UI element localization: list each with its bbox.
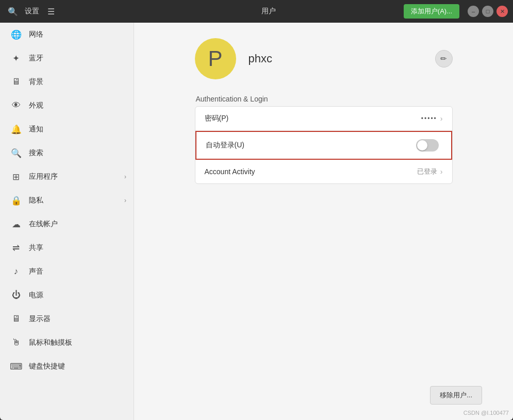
display-icon: 🖥 — [10, 313, 22, 325]
privacy-icon: 🔒 — [10, 195, 22, 206]
sidebar-item-sharing[interactable]: ⇌ 共享 — [0, 236, 134, 260]
sidebar-item-label: 外观 — [29, 101, 43, 110]
background-icon: 🖥 — [10, 76, 22, 88]
settings-window: 🔍 设置 ☰ 用户 添加用户(A)... – □ ✕ 🌐 网络 ✦ — [0, 0, 513, 420]
add-user-button[interactable]: 添加用户(A)... — [404, 4, 459, 19]
sidebar-item-label: 电源 — [29, 291, 43, 300]
titlebar-left-title: 设置 — [25, 7, 39, 16]
edit-icon: ✏ — [440, 54, 447, 63]
titlebar-right: 添加用户(A)... – □ ✕ — [404, 4, 513, 19]
account-activity-status: 已登录 — [417, 167, 437, 176]
sidebar-item-bluetooth[interactable]: ✦ 蓝牙 — [0, 46, 134, 70]
edit-user-button[interactable]: ✏ — [435, 50, 453, 68]
right-panel: P phxc ✏ Authentication & Login 密码(P) ••… — [134, 23, 513, 420]
minimize-button[interactable]: – — [468, 6, 479, 17]
toggle-knob — [417, 140, 427, 150]
sound-icon: ♪ — [10, 266, 22, 277]
sidebar-item-label: 共享 — [29, 243, 43, 253]
menu-button[interactable]: ☰ — [43, 4, 59, 19]
username-label: phxc — [249, 52, 423, 65]
network-icon: 🌐 — [10, 29, 22, 40]
sidebar-item-label: 键盘快捷键 — [29, 362, 65, 371]
close-button[interactable]: ✕ — [497, 6, 508, 17]
bluetooth-icon: ✦ — [10, 53, 22, 64]
sidebar-item-label: 显示器 — [29, 314, 51, 324]
auth-card-body: 密码(P) ••••• › 自动登录(U) Account Activity — [195, 106, 453, 184]
sidebar-item-notifications[interactable]: 🔔 通知 — [0, 117, 134, 141]
sidebar-item-label: 背景 — [29, 77, 43, 87]
sidebar-item-apps[interactable]: ⊞ 应用程序 › — [0, 165, 134, 189]
appearance-icon: 👁 — [10, 100, 22, 111]
password-row[interactable]: 密码(P) ••••• › — [195, 107, 452, 131]
power-icon: ⏻ — [10, 290, 22, 301]
sidebar-item-display[interactable]: 🖥 显示器 — [0, 307, 134, 331]
sidebar-item-label: 声音 — [29, 267, 43, 276]
sidebar-item-keyboard[interactable]: ⌨ 键盘快捷键 — [0, 355, 134, 378]
sidebar-item-privacy[interactable]: 🔒 隐私 › — [0, 189, 134, 212]
sharing-icon: ⇌ — [10, 242, 22, 254]
sidebar-item-appearance[interactable]: 👁 外观 — [0, 94, 134, 117]
apps-icon: ⊞ — [10, 171, 22, 182]
sidebar-item-power[interactable]: ⏻ 电源 — [0, 283, 134, 307]
sidebar-item-background[interactable]: 🖥 背景 — [0, 70, 134, 94]
sidebar-item-search[interactable]: 🔍 搜索 — [0, 141, 134, 165]
watermark: CSDN @I.100477 — [464, 410, 509, 416]
account-activity-chevron-icon: › — [440, 167, 443, 176]
password-chevron-icon: › — [440, 114, 443, 123]
remove-user-button[interactable]: 移除用户... — [430, 386, 482, 405]
sidebar-item-label: 在线帐户 — [29, 220, 58, 229]
sidebar-item-label: 隐私 — [29, 196, 43, 205]
search-icon: 🔍 — [8, 7, 18, 16]
sidebar-item-label: 搜索 — [29, 148, 43, 158]
account-activity-row[interactable]: Account Activity 已登录 › — [195, 160, 452, 183]
search-sidebar-icon: 🔍 — [10, 147, 22, 159]
sidebar-item-label: 网络 — [29, 30, 43, 39]
main-content: 🌐 网络 ✦ 蓝牙 🖥 背景 👁 外观 🔔 通知 🔍 搜索 — [0, 23, 513, 420]
sidebar-item-mouse[interactable]: 🖱 鼠标和触摸板 — [0, 331, 134, 355]
sidebar: 🌐 网络 ✦ 蓝牙 🖥 背景 👁 外观 🔔 通知 🔍 搜索 — [0, 23, 134, 420]
avatar-letter: P — [208, 46, 222, 71]
auth-section-title: Authentication & Login — [195, 95, 453, 103]
sidebar-item-label: 蓝牙 — [29, 54, 43, 63]
hamburger-icon: ☰ — [47, 7, 55, 16]
autologin-label: 自动登录(U) — [206, 141, 416, 150]
autologin-row[interactable]: 自动登录(U) — [195, 131, 452, 160]
mouse-icon: 🖱 — [10, 337, 22, 348]
sidebar-item-online-accounts[interactable]: ☁ 在线帐户 — [0, 212, 134, 236]
sidebar-item-label: 鼠标和触摸板 — [29, 338, 72, 347]
autologin-toggle[interactable] — [416, 139, 439, 152]
window-controls: – □ ✕ — [468, 6, 508, 17]
titlebar-left: 🔍 设置 ☰ — [0, 4, 134, 19]
sidebar-item-label: 通知 — [29, 125, 43, 134]
titlebar: 🔍 设置 ☰ 用户 添加用户(A)... – □ ✕ — [0, 0, 513, 23]
user-profile: P phxc ✏ — [195, 38, 453, 79]
notifications-icon: 🔔 — [10, 124, 22, 135]
sidebar-item-label: 应用程序 — [29, 172, 58, 181]
keyboard-icon: ⌨ — [10, 361, 22, 372]
chevron-right-icon: › — [124, 173, 126, 180]
avatar: P — [195, 38, 236, 79]
maximize-button[interactable]: □ — [482, 6, 493, 17]
chevron-right-icon: › — [124, 197, 126, 204]
auth-settings-card: Authentication & Login 密码(P) ••••• › 自动登… — [195, 95, 453, 184]
sidebar-item-sound[interactable]: ♪ 声音 — [0, 260, 134, 283]
titlebar-center-title: 用户 — [134, 7, 404, 16]
sidebar-item-network[interactable]: 🌐 网络 — [0, 23, 134, 46]
cloud-icon: ☁ — [10, 219, 22, 230]
password-label: 密码(P) — [205, 114, 421, 123]
password-dots: ••••• — [421, 115, 437, 122]
search-button[interactable]: 🔍 — [5, 4, 21, 19]
account-activity-label: Account Activity — [205, 167, 417, 176]
